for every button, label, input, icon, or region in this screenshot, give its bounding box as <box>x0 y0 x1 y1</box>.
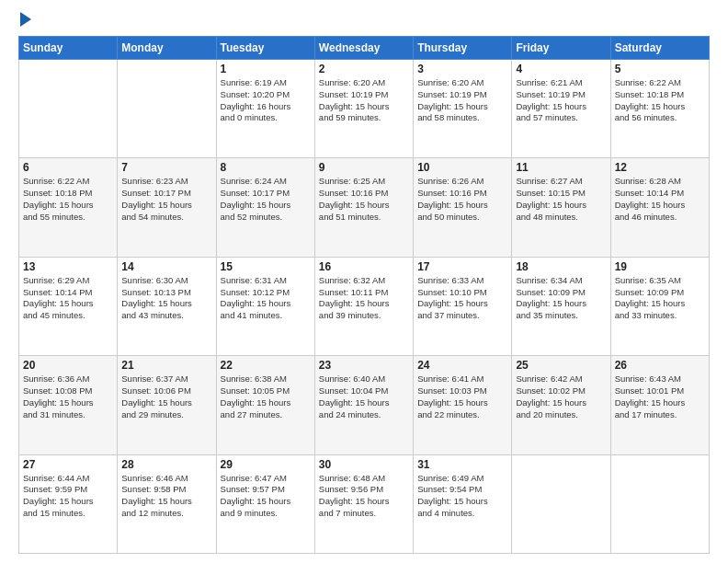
day-number: 25 <box>516 359 606 372</box>
table-row <box>118 60 216 158</box>
calendar-body: 1Sunrise: 6:19 AM Sunset: 10:20 PM Dayli… <box>19 60 710 554</box>
logo-arrow-icon <box>20 12 31 27</box>
table-row: 31Sunrise: 6:49 AM Sunset: 9:54 PM Dayli… <box>414 454 512 553</box>
calendar-week-row: 27Sunrise: 6:44 AM Sunset: 9:59 PM Dayli… <box>19 454 710 553</box>
day-number: 26 <box>615 359 705 372</box>
logo <box>18 14 31 27</box>
calendar-day-header: Friday <box>512 37 610 60</box>
day-number: 27 <box>23 458 113 471</box>
table-row: 10Sunrise: 6:26 AM Sunset: 10:16 PM Dayl… <box>414 158 512 257</box>
table-row: 19Sunrise: 6:35 AM Sunset: 10:09 PM Dayl… <box>610 257 709 355</box>
cell-content: Sunrise: 6:29 AM Sunset: 10:14 PM Daylig… <box>23 275 113 322</box>
day-number: 30 <box>319 458 409 471</box>
table-row <box>512 454 610 553</box>
cell-content: Sunrise: 6:26 AM Sunset: 10:16 PM Daylig… <box>417 176 507 223</box>
cell-content: Sunrise: 6:19 AM Sunset: 10:20 PM Daylig… <box>221 77 311 124</box>
cell-content: Sunrise: 6:25 AM Sunset: 10:16 PM Daylig… <box>319 176 409 223</box>
cell-content: Sunrise: 6:38 AM Sunset: 10:05 PM Daylig… <box>221 373 311 420</box>
calendar-day-header: Saturday <box>610 37 709 60</box>
calendar-week-row: 6Sunrise: 6:22 AM Sunset: 10:18 PM Dayli… <box>19 158 710 257</box>
calendar-day-header: Wednesday <box>314 37 413 60</box>
day-number: 11 <box>516 161 606 174</box>
table-row <box>19 60 118 158</box>
day-number: 7 <box>121 161 211 174</box>
cell-content: Sunrise: 6:46 AM Sunset: 9:58 PM Dayligh… <box>121 473 211 520</box>
day-number: 21 <box>121 359 211 372</box>
table-row: 26Sunrise: 6:43 AM Sunset: 10:01 PM Dayl… <box>610 356 709 454</box>
cell-content: Sunrise: 6:28 AM Sunset: 10:14 PM Daylig… <box>615 176 705 223</box>
cell-content: Sunrise: 6:35 AM Sunset: 10:09 PM Daylig… <box>615 275 705 322</box>
day-number: 2 <box>319 63 409 75</box>
cell-content: Sunrise: 6:32 AM Sunset: 10:11 PM Daylig… <box>319 275 409 322</box>
day-number: 4 <box>516 63 606 75</box>
table-row: 4Sunrise: 6:21 AM Sunset: 10:19 PM Dayli… <box>512 60 610 158</box>
table-row: 5Sunrise: 6:22 AM Sunset: 10:18 PM Dayli… <box>610 60 709 158</box>
day-number: 29 <box>221 458 311 471</box>
cell-content: Sunrise: 6:31 AM Sunset: 10:12 PM Daylig… <box>221 275 311 322</box>
table-row: 9Sunrise: 6:25 AM Sunset: 10:16 PM Dayli… <box>314 158 413 257</box>
cell-content: Sunrise: 6:24 AM Sunset: 10:17 PM Daylig… <box>221 176 311 223</box>
calendar-header-row: SundayMondayTuesdayWednesdayThursdayFrid… <box>19 37 710 60</box>
cell-content: Sunrise: 6:41 AM Sunset: 10:03 PM Daylig… <box>417 373 507 420</box>
table-row: 24Sunrise: 6:41 AM Sunset: 10:03 PM Dayl… <box>414 356 512 454</box>
calendar-day-header: Thursday <box>414 37 512 60</box>
day-number: 3 <box>417 63 507 75</box>
calendar-table: SundayMondayTuesdayWednesdayThursdayFrid… <box>18 36 710 554</box>
calendar-week-row: 13Sunrise: 6:29 AM Sunset: 10:14 PM Dayl… <box>19 257 710 355</box>
table-row: 6Sunrise: 6:22 AM Sunset: 10:18 PM Dayli… <box>19 158 118 257</box>
cell-content: Sunrise: 6:49 AM Sunset: 9:54 PM Dayligh… <box>417 473 507 520</box>
header <box>18 14 710 27</box>
table-row: 8Sunrise: 6:24 AM Sunset: 10:17 PM Dayli… <box>216 158 314 257</box>
cell-content: Sunrise: 6:42 AM Sunset: 10:02 PM Daylig… <box>516 373 606 420</box>
table-row: 16Sunrise: 6:32 AM Sunset: 10:11 PM Dayl… <box>314 257 413 355</box>
cell-content: Sunrise: 6:36 AM Sunset: 10:08 PM Daylig… <box>23 373 113 420</box>
cell-content: Sunrise: 6:33 AM Sunset: 10:10 PM Daylig… <box>417 275 507 322</box>
day-number: 22 <box>221 359 311 372</box>
day-number: 13 <box>23 260 113 273</box>
table-row: 30Sunrise: 6:48 AM Sunset: 9:56 PM Dayli… <box>314 454 413 553</box>
page: SundayMondayTuesdayWednesdayThursdayFrid… <box>0 0 728 563</box>
day-number: 6 <box>23 161 113 174</box>
table-row: 14Sunrise: 6:30 AM Sunset: 10:13 PM Dayl… <box>118 257 216 355</box>
cell-content: Sunrise: 6:20 AM Sunset: 10:19 PM Daylig… <box>319 77 409 124</box>
day-number: 28 <box>121 458 211 471</box>
cell-content: Sunrise: 6:40 AM Sunset: 10:04 PM Daylig… <box>319 373 409 420</box>
cell-content: Sunrise: 6:22 AM Sunset: 10:18 PM Daylig… <box>615 77 705 124</box>
table-row: 29Sunrise: 6:47 AM Sunset: 9:57 PM Dayli… <box>216 454 314 553</box>
day-number: 23 <box>319 359 409 372</box>
cell-content: Sunrise: 6:20 AM Sunset: 10:19 PM Daylig… <box>417 77 507 124</box>
day-number: 12 <box>615 161 705 174</box>
cell-content: Sunrise: 6:30 AM Sunset: 10:13 PM Daylig… <box>121 275 211 322</box>
day-number: 31 <box>417 458 507 471</box>
day-number: 14 <box>121 260 211 273</box>
calendar-day-header: Sunday <box>19 37 118 60</box>
calendar-day-header: Monday <box>118 37 216 60</box>
table-row: 28Sunrise: 6:46 AM Sunset: 9:58 PM Dayli… <box>118 454 216 553</box>
cell-content: Sunrise: 6:37 AM Sunset: 10:06 PM Daylig… <box>121 373 211 420</box>
day-number: 20 <box>23 359 113 372</box>
table-row: 25Sunrise: 6:42 AM Sunset: 10:02 PM Dayl… <box>512 356 610 454</box>
table-row: 23Sunrise: 6:40 AM Sunset: 10:04 PM Dayl… <box>314 356 413 454</box>
day-number: 8 <box>221 161 311 174</box>
cell-content: Sunrise: 6:21 AM Sunset: 10:19 PM Daylig… <box>516 77 606 124</box>
calendar-week-row: 20Sunrise: 6:36 AM Sunset: 10:08 PM Dayl… <box>19 356 710 454</box>
cell-content: Sunrise: 6:48 AM Sunset: 9:56 PM Dayligh… <box>319 473 409 520</box>
table-row: 2Sunrise: 6:20 AM Sunset: 10:19 PM Dayli… <box>314 60 413 158</box>
calendar-week-row: 1Sunrise: 6:19 AM Sunset: 10:20 PM Dayli… <box>19 60 710 158</box>
table-row: 3Sunrise: 6:20 AM Sunset: 10:19 PM Dayli… <box>414 60 512 158</box>
table-row: 20Sunrise: 6:36 AM Sunset: 10:08 PM Dayl… <box>19 356 118 454</box>
calendar-day-header: Tuesday <box>216 37 314 60</box>
day-number: 18 <box>516 260 606 273</box>
cell-content: Sunrise: 6:43 AM Sunset: 10:01 PM Daylig… <box>615 373 705 420</box>
day-number: 10 <box>417 161 507 174</box>
cell-content: Sunrise: 6:44 AM Sunset: 9:59 PM Dayligh… <box>23 473 113 520</box>
day-number: 16 <box>319 260 409 273</box>
day-number: 17 <box>417 260 507 273</box>
table-row: 7Sunrise: 6:23 AM Sunset: 10:17 PM Dayli… <box>118 158 216 257</box>
table-row: 11Sunrise: 6:27 AM Sunset: 10:15 PM Dayl… <box>512 158 610 257</box>
table-row: 22Sunrise: 6:38 AM Sunset: 10:05 PM Dayl… <box>216 356 314 454</box>
cell-content: Sunrise: 6:23 AM Sunset: 10:17 PM Daylig… <box>121 176 211 223</box>
table-row: 12Sunrise: 6:28 AM Sunset: 10:14 PM Dayl… <box>610 158 709 257</box>
table-row: 15Sunrise: 6:31 AM Sunset: 10:12 PM Dayl… <box>216 257 314 355</box>
cell-content: Sunrise: 6:47 AM Sunset: 9:57 PM Dayligh… <box>221 473 311 520</box>
